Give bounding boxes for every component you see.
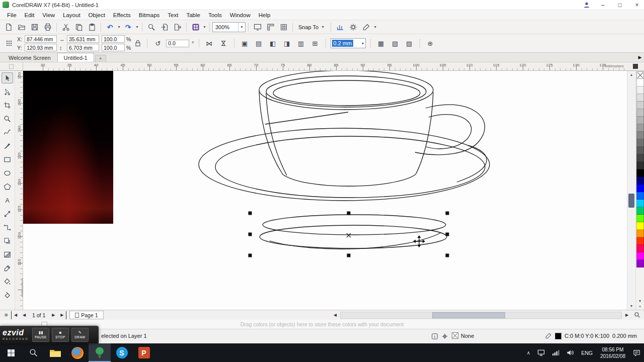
navigator-zoom-icon[interactable] [632,311,642,319]
full-screen-preview-button[interactable] [251,21,264,33]
tray-pc-icon[interactable] [534,343,548,362]
color-swatch[interactable] [636,237,644,245]
menu-view[interactable]: View [38,10,59,20]
color-swatch[interactable] [636,109,644,117]
color-swatch[interactable] [636,94,644,102]
drawing-canvas[interactable] [23,71,627,310]
smart-fill-tool[interactable] [2,290,13,301]
palette-expand-icon[interactable]: » [639,304,641,309]
object-details-icon[interactable] [431,332,439,340]
selection-handle[interactable] [249,233,252,236]
menu-help[interactable]: Help [255,10,275,20]
firefox-icon[interactable] [66,343,89,362]
color-swatch[interactable] [636,215,644,222]
ezvid-pause-button[interactable]: ▮▮PAUSE [32,328,49,342]
open-button[interactable] [15,21,28,33]
copy-button[interactable] [72,21,85,33]
color-swatch[interactable] [636,169,644,177]
page-tab[interactable]: Page 1 [69,311,103,319]
color-swatch[interactable] [636,79,644,86]
convert-to-curves-button[interactable]: ⊞ [309,38,321,49]
search-content-button[interactable] [145,21,157,33]
shape-tool[interactable] [2,86,13,97]
color-swatch[interactable] [636,117,644,124]
straight-line-connector-tool[interactable] [2,222,13,233]
coreldraw-taskbar-icon[interactable] [89,343,111,362]
artistic-media-tool[interactable] [2,140,13,151]
taskbar-search-icon[interactable] [22,343,44,362]
ellipse-tool[interactable] [2,167,13,178]
options-button[interactable] [347,21,359,33]
tab-scroll-right-icon[interactable]: ▶ [636,53,644,62]
mirror-vertical-button[interactable]: ⋈ [218,38,229,49]
order-to-back-button[interactable]: ▤ [253,38,265,49]
combine-button[interactable]: ▥ [295,38,307,49]
print-button[interactable] [41,21,54,33]
polygon-tool[interactable] [2,181,13,192]
scale-width-field[interactable]: 100.0 [102,35,125,43]
zoom-level-select[interactable]: 300%▾ [212,22,246,32]
y-position-field[interactable]: 120.93 mm [25,44,57,51]
redo-button[interactable]: ↷ [122,21,134,33]
crop-tool[interactable] [2,100,13,111]
color-swatch[interactable] [636,207,644,215]
horizontal-scroll-thumb[interactable] [432,312,505,318]
outline-indicator[interactable]: C:0 M:0 Y:0 K:100 0.200 mm [545,332,637,339]
selection-handle[interactable] [347,212,351,215]
ezvid-stop-button[interactable]: ■STOP [52,328,69,342]
ungroup-button[interactable]: ◨ [281,38,293,49]
menu-edit[interactable]: Edit [21,10,39,20]
action-center-icon[interactable] [629,343,644,362]
color-swatch[interactable] [636,260,644,267]
save-button[interactable] [28,21,41,33]
undo-button[interactable]: ↶ [104,21,116,33]
zoom-tool[interactable] [2,113,13,124]
scroll-left-icon[interactable]: ◀ [331,311,339,319]
new-document-button[interactable] [2,21,15,33]
selection-handle[interactable] [347,254,351,257]
color-swatch[interactable] [636,132,644,139]
freehand-tool[interactable] [2,127,13,138]
interactive-fill-tool[interactable] [2,276,13,287]
start-button[interactable] [0,343,22,362]
selection-handle[interactable] [446,233,449,236]
text-tool[interactable]: A [2,195,13,206]
color-swatch[interactable] [636,252,644,260]
color-swatch[interactable] [636,124,644,132]
import-button[interactable] [158,21,171,33]
menu-table[interactable]: Table [182,10,204,20]
rotation-angle-field[interactable]: 0.0 [166,40,189,47]
previous-page-button[interactable]: ◀ [20,311,28,319]
color-swatch[interactable] [636,230,644,237]
color-swatch[interactable] [636,102,644,109]
tab-untitled-1[interactable]: Untitled-1 [57,53,94,62]
color-swatch[interactable] [636,200,644,207]
color-swatch[interactable] [636,192,644,200]
text-properties-button[interactable]: ▧ [389,38,401,49]
vertical-ruler[interactable]: millimeters 150145140135130125120115 [15,71,23,310]
transparency-tool[interactable] [2,249,13,260]
ezvid-draw-button[interactable]: ✎DRAW [71,328,89,342]
ruler-origin-corner[interactable] [0,62,23,71]
user-account-icon[interactable] [581,0,593,10]
network-icon[interactable] [548,343,563,362]
menu-window[interactable]: Window [226,10,255,20]
pick-tool[interactable] [2,72,13,83]
menu-effects[interactable]: Effects [109,10,135,20]
paste-button[interactable] [86,21,98,33]
scroll-down-icon[interactable]: ▼ [627,302,635,310]
menu-file[interactable]: File [3,10,21,20]
next-page-button[interactable]: ▶ [49,311,57,319]
vertical-scrollbar[interactable]: ▲ ▼ [627,71,635,310]
menu-object[interactable]: Object [85,10,109,20]
color-eyedropper-tool[interactable] [2,262,13,274]
color-swatch[interactable] [636,86,644,94]
selection-handles[interactable] [249,212,449,257]
position-anchor-icon[interactable] [3,38,15,49]
lock-ratio-button[interactable] [133,35,142,51]
vertical-scroll-thumb[interactable] [628,194,634,208]
object-width-field[interactable]: 35.631 mm [67,35,99,43]
rectangle-tool[interactable] [2,154,13,165]
ruler-options-corner[interactable] [627,62,644,71]
color-swatch[interactable] [636,147,644,154]
